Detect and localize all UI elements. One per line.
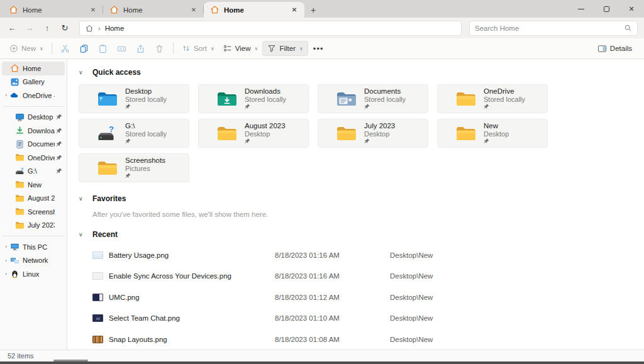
pin-icon <box>245 138 286 145</box>
recent-file-row[interactable]: Battery Usage.png 8/18/2023 01:16 AM Des… <box>79 245 644 266</box>
sidebar-item[interactable]: › Desktop <box>2 111 65 124</box>
quick-access-card[interactable]: Documents Stored locally <box>318 84 428 113</box>
explorer-tab[interactable]: Home ✕ <box>204 2 304 18</box>
sidebar-item[interactable]: › Documents <box>2 138 65 152</box>
chevron-down-icon[interactable]: ∨ <box>79 231 92 238</box>
maximize-icon <box>604 6 609 12</box>
address-bar[interactable]: › Home <box>79 21 462 36</box>
card-subtitle: Desktop <box>245 130 286 138</box>
quick-access-card[interactable]: Downloads Stored locally <box>198 84 309 113</box>
quick-access-card[interactable]: July 2023 Desktop <box>318 119 428 148</box>
tab-close-icon[interactable]: ✕ <box>189 5 199 15</box>
quick-access-card[interactable]: Desktop Stored locally <box>79 84 189 113</box>
tab-label: Home <box>123 6 189 14</box>
sidebar-item[interactable]: › OneDrive <box>2 151 65 165</box>
sidebar-item[interactable]: › Screenshots <box>2 205 65 219</box>
file-location: Desktop\New <box>390 314 433 322</box>
sort-icon <box>182 44 191 53</box>
file-name: Battery Usage.png <box>109 251 275 259</box>
file-date: 8/18/2023 01:16 AM <box>275 272 390 280</box>
file-thumbnail <box>92 294 103 301</box>
sidebar-item[interactable]: › Downloads <box>2 124 65 138</box>
chevron-right-icon[interactable]: › <box>2 271 10 277</box>
details-pane-icon <box>597 44 607 53</box>
tab-close-icon[interactable]: ✕ <box>88 5 98 15</box>
file-name: Enable Sync Across Your Devices.png <box>109 272 275 280</box>
card-subtitle: Stored locally <box>125 130 167 138</box>
sidebar-divider <box>3 236 64 236</box>
tab-close-icon[interactable]: ✕ <box>289 5 299 15</box>
details-pane-button[interactable]: Details <box>593 41 636 56</box>
sidebar-item[interactable]: › Linux <box>2 267 65 281</box>
copy-button[interactable] <box>75 40 94 57</box>
paste-icon <box>98 44 108 53</box>
filter-button[interactable]: Filter∨ <box>262 41 308 56</box>
status-bar: 52 items <box>0 350 644 361</box>
svg-text:?: ? <box>109 125 114 134</box>
sidebar-item[interactable]: › July 2023 <box>2 219 65 233</box>
folder-documents-icon <box>336 91 357 108</box>
sidebar-item[interactable]: › Network <box>2 254 65 268</box>
chevron-down-icon[interactable]: ∨ <box>79 196 92 202</box>
quick-access-card[interactable]: August 2023 Desktop <box>198 119 309 148</box>
explorer-tab[interactable]: Home ✕ <box>3 2 103 18</box>
up-button[interactable]: ↑ <box>39 21 55 36</box>
new-button[interactable]: New∨ <box>5 41 48 55</box>
quick-access-card[interactable]: OneDrive Stored locally <box>437 84 548 113</box>
share-button[interactable] <box>131 40 150 57</box>
sidebar-item[interactable]: › Gallery <box>2 75 65 89</box>
sidebar-item[interactable]: › ? G:\ <box>2 165 65 179</box>
new-tab-button[interactable]: + <box>304 2 322 18</box>
more-options-button[interactable]: ••• <box>308 44 329 53</box>
paste-button[interactable] <box>94 40 113 57</box>
minimize-button[interactable] <box>569 0 594 18</box>
quick-access-card[interactable]: Screenshots Pictures <box>79 153 189 182</box>
close-button[interactable]: ✕ <box>619 0 644 18</box>
chevron-down-icon[interactable]: ∨ <box>79 69 92 75</box>
sidebar-item[interactable]: › Home <box>2 62 65 75</box>
maximize-button[interactable] <box>594 0 619 18</box>
sidebar-item-label: Gallery <box>23 78 55 85</box>
sidebar-item-label: Documents <box>28 140 55 148</box>
folder-desktop-icon <box>97 91 118 108</box>
sidebar-item[interactable]: › August 2023 <box>2 192 65 206</box>
view-button[interactable]: View∨ <box>219 41 263 55</box>
rename-button[interactable]: A <box>113 40 131 57</box>
quick-access-card[interactable]: New Desktop <box>437 119 548 148</box>
folder-icon <box>15 180 25 189</box>
chevron-right-icon[interactable]: › <box>2 92 10 98</box>
navigation-pane: › Home › Gallery › OneDrive - Persona › … <box>0 59 67 350</box>
home-icon <box>9 5 18 14</box>
drive-small-icon: ? <box>15 167 25 176</box>
recent-file-row[interactable]: UMC.png 8/18/2023 01:12 AM Desktop\New <box>79 287 644 308</box>
recent-file-row[interactable]: Snap Layouts.png 8/18/2023 01:08 AM Desk… <box>79 329 644 350</box>
file-location: Desktop\New <box>390 336 433 343</box>
quick-access-card[interactable]: ? G:\ Stored locally <box>79 119 189 148</box>
network-icon <box>10 256 19 265</box>
card-subtitle: Stored locally <box>125 96 167 104</box>
cut-button[interactable] <box>56 40 75 57</box>
refresh-button[interactable]: ↻ <box>57 21 73 36</box>
back-button[interactable]: ← <box>4 21 20 36</box>
sidebar-item[interactable]: › OneDrive - Persona <box>2 89 65 102</box>
delete-button[interactable] <box>150 40 169 57</box>
sort-button[interactable]: Sort∨ <box>177 41 219 55</box>
sidebar-item[interactable]: › New <box>2 178 65 192</box>
card-title: OneDrive <box>484 87 525 96</box>
forward-button[interactable]: → <box>21 21 38 36</box>
file-name: Snap Layouts.png <box>109 336 275 343</box>
search-input[interactable] <box>475 25 624 32</box>
breadcrumb-location[interactable]: Home <box>105 25 125 32</box>
chevron-right-icon[interactable]: › <box>2 258 10 263</box>
home-icon <box>210 5 219 14</box>
share-icon <box>136 44 145 53</box>
sidebar-item[interactable]: › This PC <box>2 240 65 254</box>
search-box[interactable] <box>469 21 638 36</box>
recent-file-row[interactable]: Select Team Chat.png 8/18/2023 01:10 AM … <box>79 308 644 329</box>
horizontal-scrollbar[interactable] <box>53 360 88 361</box>
chevron-right-icon[interactable]: › <box>2 244 10 250</box>
card-subtitle: Desktop <box>364 130 395 138</box>
recent-file-row[interactable]: Enable Sync Across Your Devices.png 8/18… <box>79 266 644 287</box>
folder-icon <box>15 207 25 216</box>
explorer-tab[interactable]: Home ✕ <box>103 2 204 18</box>
